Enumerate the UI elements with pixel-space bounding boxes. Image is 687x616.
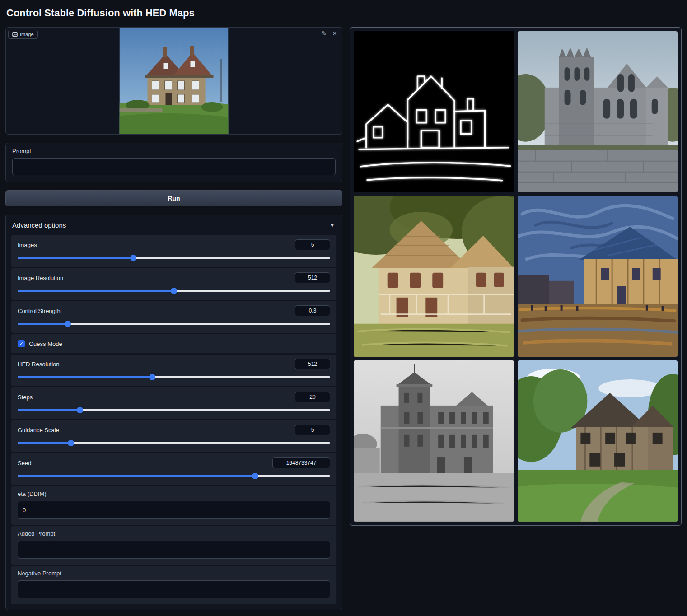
guess-mode-label: Guess Mode bbox=[29, 341, 62, 347]
edit-image-button[interactable]: ✎ bbox=[322, 30, 327, 37]
control-strength-slider[interactable] bbox=[18, 321, 330, 327]
eta-label: eta (DDIM) bbox=[18, 490, 330, 497]
chevron-down-icon: ▼ bbox=[330, 223, 335, 228]
house-lawn-graphic bbox=[518, 360, 678, 522]
seed-slider-label: Seed bbox=[18, 460, 31, 467]
images-value-input[interactable]: 5 bbox=[295, 239, 330, 250]
guidance-scale-slider-label: Guidance Scale bbox=[18, 427, 59, 434]
image-resolution-value-input[interactable]: 512 bbox=[295, 272, 330, 283]
image-resolution-slider[interactable] bbox=[18, 288, 330, 294]
image-resolution-slider-label: Image Resolution bbox=[18, 275, 63, 281]
painted-house-graphic bbox=[354, 196, 514, 357]
images-slider-label: Images bbox=[18, 242, 37, 248]
stone-castle-graphic bbox=[518, 31, 678, 192]
added-prompt-label: Added Prompt bbox=[18, 530, 330, 537]
image-icon bbox=[12, 32, 18, 37]
advanced-options-toggle[interactable]: Advanced options ▼ bbox=[11, 220, 336, 235]
prompt-label: Prompt bbox=[12, 148, 336, 154]
steps-slider[interactable] bbox=[18, 407, 330, 413]
hed-resolution-slider-label: HED Resolution bbox=[18, 361, 60, 368]
hed-resolution-slider-handle[interactable] bbox=[149, 374, 155, 380]
steps-slider-row: Steps 20 bbox=[11, 387, 336, 419]
gallery-item-grayscale-building[interactable] bbox=[354, 360, 514, 522]
check-icon: ✓ bbox=[19, 341, 23, 347]
run-button[interactable]: Run bbox=[5, 190, 342, 206]
steps-slider-label: Steps bbox=[18, 394, 33, 401]
advanced-options-label: Advanced options bbox=[12, 221, 66, 229]
seed-slider-handle[interactable] bbox=[252, 473, 258, 479]
image-label: Image bbox=[20, 32, 34, 37]
control-strength-slider-row: Control Strength 0.3 bbox=[11, 301, 336, 333]
negative-prompt-row: Negative Prompt bbox=[11, 566, 336, 604]
control-strength-value-input[interactable]: 0.3 bbox=[295, 305, 330, 316]
main-columns: Image ✎ ✕ bbox=[5, 27, 682, 610]
steps-value-input[interactable]: 20 bbox=[295, 392, 330, 402]
guess-mode-checkbox[interactable]: ✓ bbox=[18, 340, 25, 347]
seed-slider-row: Seed 1648733747 bbox=[11, 453, 336, 485]
prompt-panel: Prompt bbox=[5, 143, 342, 182]
seed-slider[interactable] bbox=[18, 473, 330, 479]
steps-slider-handle[interactable] bbox=[77, 407, 83, 413]
guidance-scale-value-input[interactable]: 5 bbox=[295, 425, 330, 435]
gallery-item-house-lawn[interactable] bbox=[518, 360, 678, 522]
images-slider-row: Images 5 bbox=[11, 235, 336, 267]
grayscale-building-graphic bbox=[354, 360, 514, 522]
eta-input[interactable]: 0 bbox=[18, 501, 330, 519]
hed-edge-map-graphic bbox=[354, 31, 514, 192]
negative-prompt-input[interactable] bbox=[18, 580, 330, 598]
gallery-item-painted-house[interactable] bbox=[354, 196, 514, 357]
page-title: Control Stable Diffusion with HED Maps bbox=[6, 7, 682, 19]
input-image-panel: Image ✎ ✕ bbox=[5, 27, 342, 135]
prompt-input[interactable] bbox=[12, 158, 336, 175]
control-strength-slider-label: Control Strength bbox=[18, 308, 61, 314]
seed-value-input[interactable]: 1648733747 bbox=[272, 457, 330, 468]
gallery-item-hed-edge-map[interactable] bbox=[354, 31, 514, 192]
output-gallery bbox=[350, 27, 682, 526]
uploaded-image[interactable] bbox=[120, 28, 229, 135]
guidance-scale-slider-row: Guidance Scale 5 bbox=[11, 420, 336, 452]
negative-prompt-label: Negative Prompt bbox=[18, 570, 330, 577]
hed-resolution-slider-row: HED Resolution 512 bbox=[11, 355, 336, 386]
images-slider-handle[interactable] bbox=[130, 255, 136, 261]
guess-mode-row: ✓ Guess Mode bbox=[11, 334, 336, 353]
painterly-house-graphic bbox=[518, 196, 678, 357]
clear-image-button[interactable]: ✕ bbox=[332, 30, 337, 37]
image-resolution-slider-handle[interactable] bbox=[171, 288, 177, 294]
guidance-scale-slider[interactable] bbox=[18, 440, 330, 446]
hed-resolution-slider[interactable] bbox=[18, 374, 330, 380]
app: Control Stable Diffusion with HED Maps I… bbox=[0, 0, 687, 615]
controls-column: Image ✎ ✕ bbox=[5, 27, 342, 610]
eta-row: eta (DDIM) 0 bbox=[11, 486, 336, 525]
images-slider[interactable] bbox=[18, 255, 330, 261]
gallery-item-stone-castle[interactable] bbox=[518, 31, 678, 192]
added-prompt-input[interactable] bbox=[18, 541, 330, 559]
hed-resolution-value-input[interactable]: 512 bbox=[295, 359, 330, 369]
control-strength-slider-handle[interactable] bbox=[65, 321, 71, 327]
image-toolbar: ✎ ✕ bbox=[322, 30, 337, 37]
guidance-scale-slider-handle[interactable] bbox=[68, 440, 74, 446]
advanced-options-body: Images 5 Image Resolution 512 bbox=[11, 235, 336, 604]
added-prompt-row: Added Prompt bbox=[11, 526, 336, 565]
output-column bbox=[350, 27, 682, 526]
image-label-badge: Image bbox=[8, 30, 38, 39]
house-photo-graphic bbox=[120, 28, 229, 135]
image-resolution-slider-row: Image Resolution 512 bbox=[11, 268, 336, 300]
eta-value: 0 bbox=[23, 507, 26, 513]
advanced-options-panel: Advanced options ▼ Images 5 bbox=[5, 215, 342, 610]
gallery-item-painterly-house[interactable] bbox=[518, 196, 678, 357]
